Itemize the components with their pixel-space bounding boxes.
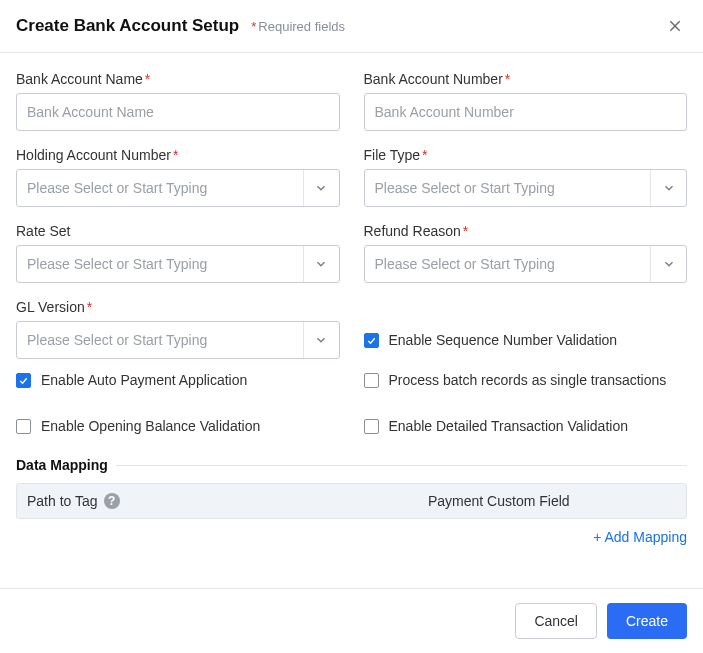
page-title: Create Bank Account Setup: [16, 16, 239, 36]
add-mapping-row: + Add Mapping: [16, 529, 687, 545]
section-data-mapping: Data Mapping: [16, 457, 687, 473]
label-holding-account-number: Holding Account Number*: [16, 147, 340, 163]
file-type-select[interactable]: Please Select or Start Typing: [364, 169, 688, 207]
add-mapping-link[interactable]: + Add Mapping: [593, 529, 687, 545]
close-button[interactable]: [663, 14, 687, 38]
holding-account-number-select[interactable]: Please Select or Start Typing: [16, 169, 340, 207]
close-icon: [667, 18, 683, 34]
rate-set-select[interactable]: Please Select or Start Typing: [16, 245, 340, 283]
required-asterisk: *: [463, 223, 468, 239]
label-bank-account-name: Bank Account Name*: [16, 71, 340, 87]
cancel-button[interactable]: Cancel: [515, 603, 597, 639]
chevron-down-icon: [650, 246, 686, 282]
check-enable-auto-payment[interactable]: Enable Auto Payment Application: [16, 367, 340, 393]
required-asterisk: *: [422, 147, 427, 163]
chevron-down-icon: [303, 322, 339, 358]
required-asterisk: *: [505, 71, 510, 87]
label-file-type: File Type*: [364, 147, 688, 163]
required-asterisk: *: [87, 299, 92, 315]
select-placeholder: Please Select or Start Typing: [365, 180, 651, 196]
help-icon[interactable]: ?: [104, 493, 120, 509]
col-payment-custom-field: Payment Custom Field: [384, 493, 676, 509]
required-fields-hint: *Required fields: [251, 19, 345, 34]
modal-header: Create Bank Account Setup *Required fiel…: [0, 0, 703, 53]
select-placeholder: Please Select or Start Typing: [365, 256, 651, 272]
checkbox-icon: [16, 373, 31, 388]
checkbox-label: Enable Auto Payment Application: [41, 372, 247, 388]
checkbox-icon: [16, 419, 31, 434]
field-gl-version: GL Version* Please Select or Start Typin…: [16, 299, 340, 359]
field-bank-account-number: Bank Account Number*: [364, 71, 688, 131]
required-asterisk: *: [145, 71, 150, 87]
data-mapping-table-header: Path to Tag ? Payment Custom Field: [16, 483, 687, 519]
checkbox-label: Enable Opening Balance Validation: [41, 418, 260, 434]
label-bank-account-number: Bank Account Number*: [364, 71, 688, 87]
label-gl-version: GL Version*: [16, 299, 340, 315]
gl-version-select[interactable]: Please Select or Start Typing: [16, 321, 340, 359]
checkbox-label: Enable Sequence Number Validation: [389, 332, 618, 348]
check-enable-sequence-validation[interactable]: Enable Sequence Number Validation: [364, 327, 688, 353]
bank-account-number-input[interactable]: [364, 93, 688, 131]
check-process-batch-single[interactable]: Process batch records as single transact…: [364, 367, 688, 393]
check-enable-detailed-tx[interactable]: Enable Detailed Transaction Validation: [364, 413, 688, 439]
select-placeholder: Please Select or Start Typing: [17, 256, 303, 272]
required-asterisk: *: [173, 147, 178, 163]
checkbox-icon: [364, 373, 379, 388]
asterisk-icon: *: [251, 19, 256, 34]
label-rate-set: Rate Set: [16, 223, 340, 239]
field-rate-set: Rate Set Please Select or Start Typing: [16, 223, 340, 283]
field-refund-reason: Refund Reason* Please Select or Start Ty…: [364, 223, 688, 283]
checkbox-icon: [364, 333, 379, 348]
label-refund-reason: Refund Reason*: [364, 223, 688, 239]
modal-body: Bank Account Name* Bank Account Number* …: [0, 53, 703, 555]
refund-reason-select[interactable]: Please Select or Start Typing: [364, 245, 688, 283]
col-path-to-tag: Path to Tag ?: [27, 493, 384, 509]
field-holding-account-number: Holding Account Number* Please Select or…: [16, 147, 340, 207]
select-placeholder: Please Select or Start Typing: [17, 180, 303, 196]
field-file-type: File Type* Please Select or Start Typing: [364, 147, 688, 207]
title-wrap: Create Bank Account Setup *Required fiel…: [16, 16, 345, 36]
select-placeholder: Please Select or Start Typing: [17, 332, 303, 348]
modal-footer: Cancel Create: [0, 588, 703, 653]
check-enable-opening-balance[interactable]: Enable Opening Balance Validation: [16, 413, 340, 439]
checkbox-label: Process batch records as single transact…: [389, 372, 667, 388]
checkbox-label: Enable Detailed Transaction Validation: [389, 418, 628, 434]
bank-account-name-input[interactable]: [16, 93, 340, 131]
chevron-down-icon: [650, 170, 686, 206]
checkbox-icon: [364, 419, 379, 434]
checks-grid: Enable Auto Payment Application Process …: [16, 361, 687, 439]
divider: [116, 465, 687, 466]
chevron-down-icon: [303, 170, 339, 206]
create-button[interactable]: Create: [607, 603, 687, 639]
field-bank-account-name: Bank Account Name*: [16, 71, 340, 131]
chevron-down-icon: [303, 246, 339, 282]
form-grid: Bank Account Name* Bank Account Number* …: [16, 71, 687, 359]
section-title: Data Mapping: [16, 457, 108, 473]
